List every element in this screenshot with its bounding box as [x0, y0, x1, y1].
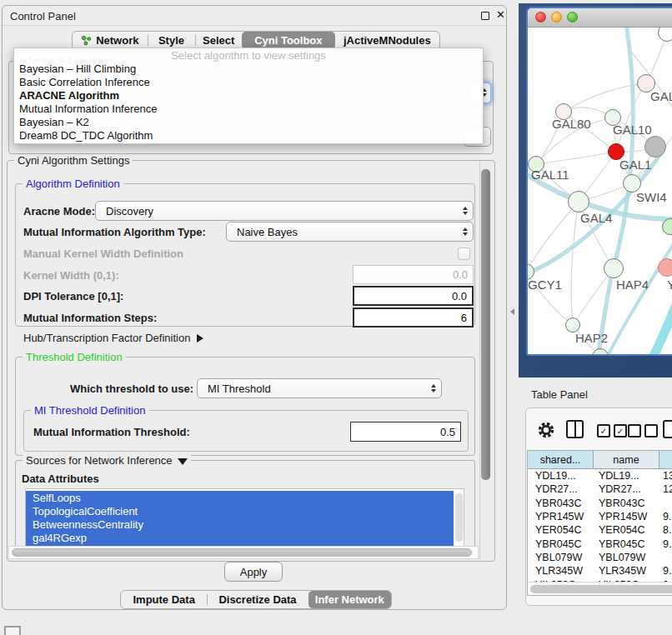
table-hscrollbar-track[interactable]: [528, 582, 672, 595]
mi-threshold-label: Mutual Information Threshold:: [33, 426, 190, 438]
menu-item-bayesian-k2[interactable]: Bayesian – K2: [14, 116, 483, 129]
document-icon[interactable]: [663, 420, 672, 438]
list-item-topologicalcoefficient[interactable]: TopologicalCoefficient: [33, 505, 138, 518]
tab-network[interactable]: Network: [73, 32, 148, 49]
node-label-hap2: HAP2: [575, 331, 608, 345]
table-row[interactable]: YLR345WYLR345W9.: [528, 564, 672, 578]
cell[interactable]: YDL19...: [594, 470, 659, 482]
cell[interactable]: 8.: [659, 524, 672, 536]
clipped-panel-icon[interactable]: [4, 626, 21, 635]
table-row[interactable]: YBR043CYBR043C: [528, 497, 672, 510]
cell[interactable]: YBR043C: [594, 498, 659, 509]
column-header-clipped[interactable]: [659, 451, 672, 468]
table-row[interactable]: YBR045CYBR045C9.: [528, 537, 672, 550]
mac-minimize-icon[interactable]: [551, 12, 562, 22]
tab-infer-network[interactable]: Infer Network: [308, 591, 391, 608]
cell[interactable]: 9.: [659, 538, 672, 550]
tab-impute-data[interactable]: Impute Data: [121, 591, 207, 608]
column-header-name[interactable]: name: [594, 451, 659, 468]
table-row[interactable]: YBL079WYBL079W: [528, 551, 672, 564]
mi-type-combobox[interactable]: Naive Bayes: [226, 222, 474, 242]
cell[interactable]: YLR345W: [528, 565, 594, 577]
tab-style[interactable]: Style: [148, 32, 196, 49]
window-close-icon[interactable]: ✕: [496, 8, 505, 21]
cell[interactable]: YER054C: [528, 524, 594, 536]
node-y-clipped-salmon[interactable]: [658, 258, 672, 277]
mac-zoom-icon[interactable]: [567, 12, 578, 22]
cell[interactable]: 9.: [659, 511, 672, 522]
cell[interactable]: 9.: [659, 565, 672, 577]
mi-steps-field[interactable]: 6: [353, 308, 474, 328]
cell[interactable]: YBL079W: [528, 552, 594, 563]
menu-item-dream8[interactable]: Dream8 DC_TDC Algorithm: [14, 129, 483, 142]
cell[interactable]: YDR27...: [594, 483, 659, 495]
cell[interactable]: 13: [659, 470, 672, 482]
cell[interactable]: YBR045C: [594, 538, 659, 550]
cell[interactable]: YBR045C: [528, 538, 594, 550]
apply-button[interactable]: Apply: [224, 562, 283, 582]
network-window[interactable]: GAL GAL80 GAL10 GAL1 GAL11 SWI4 GAL4 GCY…: [526, 7, 672, 356]
kernel-width-field[interactable]: 0.0: [353, 265, 474, 284]
table-row[interactable]: YDR27...YDR27...12: [528, 482, 672, 496]
table-body: YDL19...YDL19...13 YDR27...YDR27...12 YB…: [528, 469, 672, 584]
cell[interactable]: YBL079W: [594, 552, 659, 563]
cell[interactable]: YDL19...: [528, 470, 594, 482]
cell[interactable]: YER054C: [594, 524, 659, 536]
list-vscrollbar-thumb[interactable]: [455, 493, 463, 542]
mi-threshold-field[interactable]: 0.5: [350, 422, 461, 442]
node-label-swi4: SWI4: [636, 190, 667, 204]
node-gal4[interactable]: [568, 191, 589, 212]
split-columns-icon[interactable]: [566, 420, 584, 438]
cell[interactable]: YLR345W: [594, 565, 659, 577]
list-item-betweennesscentrality[interactable]: BetweennessCentrality: [33, 518, 143, 531]
splitter-collapse-icon[interactable]: [510, 308, 514, 315]
table-hscrollbar-thumb[interactable]: [530, 585, 672, 593]
node-unlabeled-gray[interactable]: [644, 136, 666, 158]
column-header-sharedname[interactable]: shared...: [528, 451, 594, 468]
control-panel-titlebar[interactable]: [3, 6, 506, 26]
combo-stepper-icon: [431, 384, 436, 392]
cell[interactable]: YPR145W: [528, 511, 594, 522]
list-item-gal4rgexp[interactable]: gal4RGexp: [33, 532, 87, 544]
menu-item-mutual-information[interactable]: Mutual Information Inference: [14, 102, 483, 116]
cell[interactable]: 12: [659, 483, 672, 495]
mac-close-icon[interactable]: [535, 12, 546, 22]
data-attributes-list[interactable]: SelfLoops TopologicalCoefficient Between…: [25, 488, 464, 547]
menu-item-basic-correlation[interactable]: Basic Correlation Inference: [14, 76, 483, 89]
cell[interactable]: YDR27...: [528, 483, 594, 495]
table-row[interactable]: YDL19...YDL19...13: [528, 469, 672, 482]
aracne-mode-combobox[interactable]: Discovery: [95, 201, 474, 221]
menu-item-bayesian-hill-climbing[interactable]: Bayesian – Hill Climbing: [14, 62, 483, 76]
node-label-y-clipped: Y: [667, 278, 672, 292]
window-maximize-icon[interactable]: [481, 12, 489, 20]
cell[interactable]: YPR145W: [594, 511, 659, 522]
network-window-titlebar[interactable]: [528, 8, 672, 28]
table-header-row: shared... name: [528, 451, 672, 469]
menu-item-aracne[interactable]: ARACNE Algorithm: [14, 89, 483, 102]
sources-group-expander[interactable]: Sources for Network Inference: [23, 454, 191, 467]
hub-definition-expander[interactable]: Hub/Transcription Factor Definition: [23, 332, 203, 344]
table-row[interactable]: YPR145WYPR145W9.: [528, 510, 672, 523]
unchecked-pair-icon[interactable]: [628, 424, 658, 438]
checked-pair-icon[interactable]: ✓✓: [597, 424, 627, 438]
which-threshold-combobox[interactable]: MI Threshold: [197, 378, 442, 398]
list-item-selfloops[interactable]: SelfLoops: [33, 492, 81, 504]
tab-discretize-data[interactable]: Discretize Data: [207, 591, 308, 608]
tab-cyni-toolbox[interactable]: Cyni Toolbox: [242, 32, 335, 49]
network-canvas[interactable]: GAL GAL80 GAL10 GAL1 GAL11 SWI4 GAL4 GCY…: [528, 28, 672, 356]
tab-jactivemnodules[interactable]: jActiveMNodules: [335, 32, 439, 49]
settings-vscrollbar-thumb[interactable]: [481, 169, 490, 480]
algorithm-menu-popup: Select algorithm to view settings Bayesi…: [13, 48, 484, 144]
node-hap4[interactable]: [604, 258, 624, 278]
settings-hscrollbar-thumb[interactable]: [12, 548, 472, 557]
table-row[interactable]: YER054CYER054C8.: [528, 523, 672, 537]
gear-icon[interactable]: [537, 421, 555, 442]
hub-definition-label: Hub/Transcription Factor Definition: [23, 332, 190, 344]
dpi-tolerance-field[interactable]: 0.0: [353, 286, 474, 306]
tab-select[interactable]: Select: [195, 32, 242, 49]
node-label-gal10: GAL10: [613, 122, 652, 137]
control-panel-title: Control Panel: [10, 10, 76, 22]
collapse-down-icon: [178, 458, 188, 465]
cell[interactable]: YBR043C: [528, 498, 594, 509]
manual-kernel-checkbox[interactable]: [458, 248, 470, 260]
